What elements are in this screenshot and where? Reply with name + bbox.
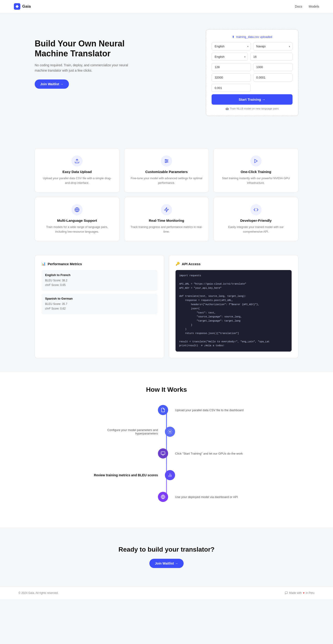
hero-section: Build Your Own Neural Machine Translator… [0,13,333,134]
features-grid: Easy Data Upload Upload your parallel da… [35,148,298,241]
training-feature-icon [250,156,261,166]
metric-item-esde: Spanish to German BLEU Score: 35.7 chrF … [41,294,157,314]
chat-icon [285,591,288,594]
svg-point-12 [170,431,171,432]
metrics-icon: 📊 [41,262,46,266]
param-16-input[interactable] [250,53,292,61]
param-1000-input[interactable] [253,63,292,71]
svg-marker-11 [165,208,169,212]
api-card: 🔑 API Access import requests API_URL = "… [169,255,298,358]
svg-point-5 [165,160,166,160]
nav-models[interactable]: Models [309,4,319,8]
metrics-api-section: 📊 Performance Metrics English to French … [16,255,317,372]
metric-enfr-bleu: BLEU Score: 38.2 [45,278,154,283]
api-card-title: 🔑 API Access [176,262,292,266]
language-row-2: English Spanish [212,53,292,61]
api-code-block: import requests API_URL = "https://gaia-… [176,270,292,352]
timeline-text-2: Configure your model parameters and hype… [86,428,165,435]
feature-title-monitoring: Real-Time Monitoring [130,218,203,222]
nllb-icon: 🤖 [225,107,229,110]
form-note: 🤖 Train NLLB model on new language pairs [212,107,292,110]
target-language-select[interactable]: Navajo English French [253,42,292,50]
nav-docs[interactable]: Docs [295,4,302,8]
training-form-card: ⬆ training_data.csv uploaded English Spa… [206,29,298,116]
footer: © 2024 Gaia. All rights reserved. Made w… [0,586,333,599]
timeline-icon-1 [158,405,168,415]
feature-card-params: Customizable Parameters Fine-tune your m… [124,148,209,192]
params-row-3 [212,84,292,92]
hero-subtitle: No coding required. Train, deploy, and c… [35,62,132,73]
cta-section: Ready to build your translator? Join Wai… [0,527,333,586]
metrics-card-title: 📊 Performance Metrics [41,262,157,266]
feature-title-upload: Easy Data Upload [41,170,114,174]
timeline: Upload your parallel data CSV file to th… [86,405,247,502]
start-training-label: Start Training → [239,98,265,102]
feature-desc-dev: Easily integrate your trained model with… [219,225,292,234]
multilang-feature-icon [72,204,83,215]
metrics-card: 📊 Performance Metrics English to French … [35,255,164,358]
footer-copyright: © 2024 Gaia. All rights reserved. [19,591,59,594]
feature-card-multilang: Multi-Language Support Train models for … [35,197,120,241]
param-0001b-input[interactable] [212,84,250,92]
how-title: How It Works [19,386,314,394]
metric-esde-bleu: BLEU Score: 35.7 [45,302,154,306]
svg-point-6 [167,160,168,162]
svg-point-7 [165,162,166,163]
param-128-input[interactable] [212,63,251,71]
metric-enfr-name: English to French [45,273,154,277]
feature-card-upload: Easy Data Upload Upload your parallel da… [35,148,120,192]
feature-title-training: One-Click Training [219,170,292,174]
join-waitlist-button[interactable]: Join Waitlist → [35,80,69,89]
logo[interactable]: Gaia [14,3,31,10]
params-row-2 [212,74,292,82]
feature-desc-params: Fine-tune your model with advanced setti… [130,176,203,185]
feature-title-params: Customizable Parameters [130,170,203,174]
metrics-title-text: Performance Metrics [48,262,82,266]
source-lang-wrapper: English Spanish French [212,42,251,50]
metric-item-enfr: English to French BLEU Score: 38.2 chrF … [41,270,157,291]
svg-rect-13 [161,452,165,454]
monitoring-feature-icon [161,204,172,215]
how-it-works-section: How It Works Upload your parallel data C… [0,372,333,527]
timeline-step-4: Review training metrics and BLEU scores [86,470,247,480]
source-lang-2-wrapper: English Spanish [212,53,248,61]
cta-title: Ready to build your translator? [19,546,314,553]
params-row-1 [212,63,292,71]
form-note-text: Train NLLB model on new language pairs [230,107,279,110]
timeline-text-1: Upload your parallel data CSV file to th… [168,408,247,412]
timeline-icon-3 [158,448,168,458]
timeline-step-3: Click "Start Training" and let our GPUs … [86,448,247,458]
feature-desc-monitoring: Track training progress and performance … [130,225,203,234]
metric-esde-name: Spanish to German [45,297,154,300]
feature-desc-multilang: Train models for a wide range of languag… [41,225,114,234]
feature-title-dev: Developer-Friendly [219,218,292,222]
start-training-button[interactable]: Start Training → [212,94,292,105]
cta-join-waitlist-button[interactable]: Join Waitlist → [149,559,184,568]
features-section: Easy Data Upload Upload your parallel da… [16,134,317,255]
timeline-step-2: Configure your model parameters and hype… [86,427,247,437]
language-row-1: English Spanish French Navajo English Fr… [212,42,292,50]
feature-title-multilang: Multi-Language Support [41,218,114,222]
source-language-select-2[interactable]: English Spanish [212,53,248,61]
params-feature-icon [161,156,172,166]
upload-icon: ⬆ [232,35,234,38]
param-32000-input[interactable] [212,74,251,82]
feature-card-training: One-Click Training Start training instan… [213,148,298,192]
feature-card-monitoring: Real-Time Monitoring Track training prog… [124,197,209,241]
timeline-text-3: Click "Start Training" and let our GPUs … [168,452,247,455]
metric-esde-chrf: chrF Score: 0.62 [45,306,154,311]
api-title-text: API Access [182,262,200,266]
source-language-select-1[interactable]: English Spanish French [212,42,251,50]
nav-links: Docs Models [295,4,319,8]
navbar: Gaia Docs Models [0,0,333,13]
hero-left: Build Your Own Neural Machine Translator… [35,29,132,89]
heart-icon: ♥ [303,591,304,594]
api-icon: 🔑 [176,262,180,266]
param-0001-input[interactable] [253,74,292,82]
dev-feature-icon [250,204,261,215]
footer-made-with: Made with [289,591,302,594]
svg-marker-8 [255,160,257,163]
timeline-step-1: Upload your parallel data CSV file to th… [86,405,247,415]
timeline-step-5: Use your deployed model via dashboard or… [86,492,247,502]
footer-right: Made with ♥ in Peru [285,591,314,594]
